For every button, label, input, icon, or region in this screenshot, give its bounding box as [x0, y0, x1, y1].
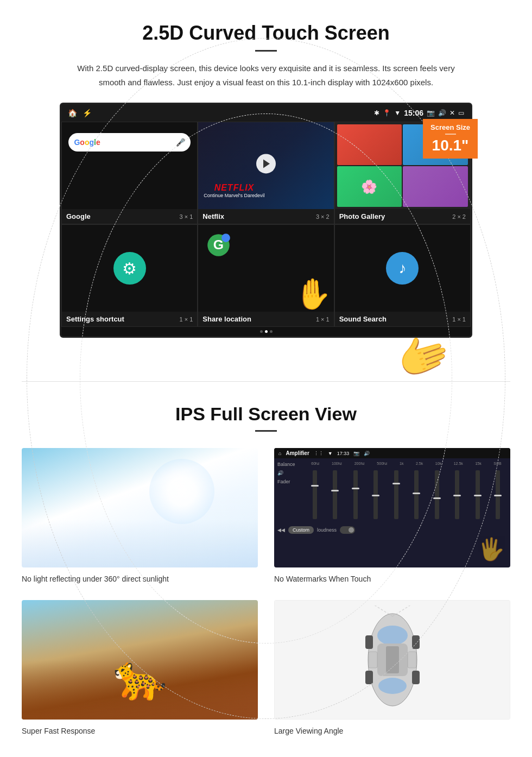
ips-screen-section: IPS Full Screen View No light reflecting… — [0, 403, 532, 757]
features-grid: No light reflecting under 360° direct su… — [22, 448, 510, 736]
volume-icon: 🔊 — [438, 109, 446, 117]
hand-on-screen-icon: 🖐 — [478, 537, 505, 562]
large-viewing-image — [274, 600, 510, 720]
svg-point-6 — [378, 678, 407, 694]
home-icon: 🏠 — [68, 109, 77, 117]
feature-large-viewing: Large Viewing Angle — [274, 600, 510, 736]
usb-icon: ⚡ — [83, 109, 92, 117]
badge-title: Screen Size — [430, 123, 470, 131]
camera-icon: 📷 — [427, 109, 435, 117]
eq-slider-10[interactable] — [494, 495, 502, 496]
window-icon: ▭ — [458, 109, 464, 117]
large-viewing-label: Large Viewing Angle — [274, 727, 343, 735]
svg-rect-13 — [412, 671, 420, 684]
super-fast-label: Super Fast Response — [22, 727, 95, 735]
svg-rect-9 — [408, 652, 416, 668]
badge-size: 10.1" — [430, 137, 470, 154]
screen-size-badge: Screen Size 10.1" — [423, 119, 478, 159]
status-left: 🏠 ⚡ — [68, 109, 92, 117]
close-icon: ✕ — [449, 109, 455, 117]
car-background — [274, 600, 510, 720]
badge-underline — [445, 134, 456, 135]
